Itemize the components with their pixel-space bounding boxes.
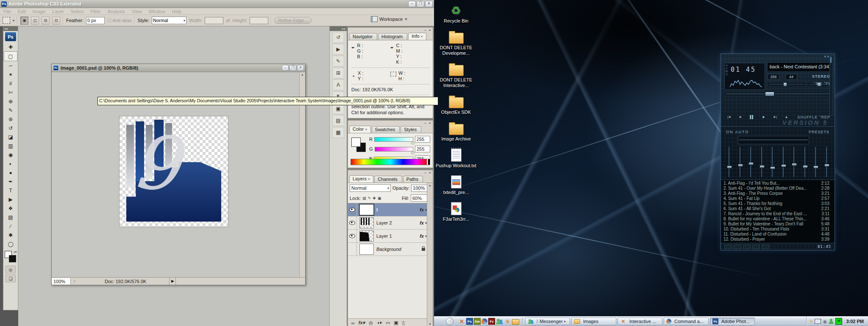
screen-mode-button[interactable]: ❏ (6, 275, 16, 282)
panel-close-icon[interactable]: × (429, 121, 431, 125)
scroll-up-icon[interactable]: ▲ (300, 72, 305, 77)
eq-on-auto-toggles[interactable]: ON AUTO (726, 130, 749, 134)
eq-band-slider[interactable] (813, 147, 818, 177)
scroll-down-icon[interactable]: ▼ (427, 322, 433, 326)
eq-band-slider[interactable] (803, 147, 807, 177)
swap-dimensions-icon[interactable]: ⇄ (226, 18, 230, 23)
menu-item[interactable]: Analysis (104, 9, 128, 14)
panel-tab[interactable]: Histogram (378, 33, 407, 40)
menu-item[interactable]: Filter (87, 9, 104, 14)
playlist-remove-button[interactable] (734, 244, 741, 249)
scroll-up-icon[interactable]: ▲ (427, 183, 433, 188)
intersect-selection-button[interactable]: ⊡ (52, 17, 60, 25)
notes-tool[interactable]: ▤ (4, 213, 17, 222)
menu-item[interactable]: Edit (14, 9, 29, 14)
playlist-item[interactable]: 8. Bullet for my valentine - ALL These T… (723, 216, 829, 222)
winamp-shade-icon[interactable] (827, 56, 829, 57)
visibility-toggle[interactable] (348, 230, 357, 242)
status-options-arrow[interactable]: ▶ (169, 278, 176, 285)
eq-pl-toggles[interactable]: °EQ °PL (814, 82, 831, 86)
desktop-icon[interactable]: Image Archive (436, 121, 476, 142)
lock-transparency-icon[interactable]: ▨ (362, 196, 366, 200)
move-tool[interactable]: ✚ (4, 42, 17, 51)
playlist-item[interactable]: 3. Anti-Flag - The Press Corpse 3:21 (723, 191, 829, 196)
channel-value-field[interactable]: 255 (415, 136, 430, 143)
play-button[interactable]: ► (737, 114, 744, 120)
slider-thumb-icon[interactable] (411, 151, 415, 154)
magic-wand-tool[interactable]: ✶ (4, 70, 17, 79)
panel-tab[interactable]: Styles (401, 126, 421, 133)
layer-row[interactable]: Layer 1 fx ▾ (348, 230, 433, 243)
clone-source-panel-icon[interactable]: ⊞ (332, 67, 344, 79)
layer-name[interactable]: Layer 2 (376, 220, 420, 225)
desktop-icon[interactable]: ObjectEx SDK (436, 94, 476, 115)
slider-thumb-icon[interactable] (803, 165, 808, 168)
workspace-menu[interactable]: Workspace ▼ (371, 16, 408, 22)
playlist-misc-button[interactable] (752, 244, 760, 249)
messenger-tray-icon[interactable] (829, 319, 833, 324)
panel-tab[interactable]: Swatches (372, 126, 400, 133)
seek-bar[interactable] (725, 93, 830, 95)
channel-value-field[interactable]: 255 (415, 146, 430, 152)
subtract-from-selection-button[interactable]: ⊟ (42, 17, 50, 25)
panel-tab[interactable]: Info× (408, 33, 426, 40)
monitor-taskbar-button[interactable]: ∷ (446, 318, 453, 325)
color-slider[interactable] (375, 147, 413, 152)
layer-thumbnail[interactable] (359, 204, 374, 215)
menu-item[interactable]: Help (169, 9, 185, 14)
zoom-level-field[interactable]: 100% (52, 278, 71, 284)
document-restore-button[interactable]: ❐ (289, 65, 296, 71)
slider-thumb-icon[interactable] (770, 166, 775, 169)
layer-style-icon[interactable]: fx▾ (359, 320, 365, 326)
slider-thumb-icon[interactable] (783, 82, 787, 87)
burn-tool[interactable]: ● (4, 168, 17, 177)
blend-mode-dropdown[interactable]: Normal▾ (350, 184, 391, 192)
eq-band-slider[interactable] (760, 147, 764, 177)
panel-tab[interactable]: Channels (374, 176, 402, 183)
volume-slider[interactable] (768, 83, 805, 85)
slice-tool[interactable]: ✄ (4, 88, 17, 97)
width-input[interactable] (205, 17, 223, 24)
dock-collapse-handle[interactable]: ◂◂ (330, 26, 347, 31)
status-menu-icon[interactable]: ◔ (71, 279, 78, 284)
dreamweaver-quicklaunch-icon[interactable]: Dw (474, 318, 481, 325)
layer-thumbnail[interactable] (359, 244, 374, 255)
restore-button[interactable]: ❐ (417, 1, 424, 7)
gradient-tool[interactable]: ▥ (4, 141, 17, 150)
swap-colors-icon[interactable]: ⇄ (14, 250, 17, 254)
tool-presets-panel-icon[interactable]: ▤ (332, 115, 344, 126)
winamp-titlebar[interactable] (721, 54, 835, 59)
slider-thumb-icon[interactable] (792, 163, 797, 166)
playlist-add-button[interactable] (724, 244, 732, 249)
panel-tab[interactable]: Paths (403, 176, 423, 183)
zoom-tool[interactable]: ◯ (4, 239, 17, 248)
history-brush-tool[interactable]: ↺ (4, 124, 17, 132)
panel-tab[interactable]: Layers× (349, 175, 373, 183)
next-button[interactable]: ►| (771, 114, 779, 120)
slider-thumb-icon[interactable] (760, 165, 765, 168)
eq-band-slider[interactable] (781, 147, 785, 177)
height-input[interactable] (250, 17, 268, 24)
desktop-icon[interactable]: txtedit_pre... (436, 174, 476, 195)
document-minimize-button[interactable]: – (282, 65, 289, 71)
playlist-item[interactable]: 12. Disturbed - Prayer 3:39 (723, 237, 829, 242)
color-slider[interactable] (374, 137, 413, 142)
messenger-quicklaunch-icon[interactable] (496, 318, 503, 325)
foreground-color-swatch[interactable] (351, 138, 361, 147)
crop-tool[interactable]: # (4, 79, 17, 88)
network-monitor-tray-icon[interactable]: ≋ (835, 318, 842, 325)
layer-thumbnail[interactable] (359, 230, 374, 242)
layer-row[interactable]: I fx ▾ (348, 203, 433, 216)
folder-quicklaunch-icon[interactable] (512, 319, 519, 325)
panel-minimize-icon[interactable]: ‒ (424, 121, 426, 125)
panel-minimize-icon[interactable]: ‒ (424, 28, 426, 32)
lock-pixels-icon[interactable]: ✎ (368, 196, 371, 200)
layers-scrollbar[interactable]: ▲ ▼ (427, 183, 433, 326)
track-title-marquee[interactable]: back - Next Contestant (3:34) *** (768, 63, 831, 71)
lasso-tool[interactable]: ∽ (4, 61, 17, 70)
playlist-item[interactable]: 9. Bullet for My Valentine - Tears Don't… (723, 222, 829, 227)
layer-thumbnail[interactable] (359, 217, 374, 228)
desktop-icon[interactable]: DONT DELETE Developme... (436, 29, 476, 56)
document-close-button[interactable]: ✕ (297, 65, 304, 71)
pen-tool[interactable]: ✒ (4, 177, 17, 186)
